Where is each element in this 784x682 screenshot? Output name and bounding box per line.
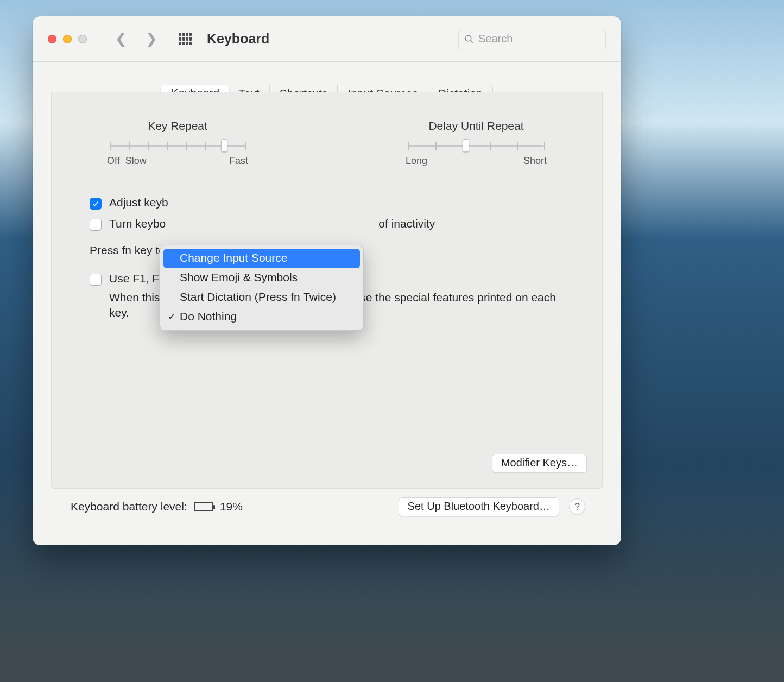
use-f-keys-checkbox[interactable] bbox=[90, 274, 102, 286]
delay-repeat-title: Delay Until Repeat bbox=[428, 119, 523, 132]
svg-point-0 bbox=[465, 35, 471, 41]
fn-action-popup: Change Input Source Show Emoji & Symbols… bbox=[160, 245, 364, 331]
battery-icon bbox=[194, 502, 213, 512]
minimize-window-button[interactable] bbox=[63, 35, 72, 43]
key-repeat-off-label: Off bbox=[107, 155, 120, 166]
delay-repeat-slider[interactable] bbox=[408, 138, 544, 153]
setup-bluetooth-button[interactable]: Set Up Bluetooth Keyboard… bbox=[399, 497, 559, 516]
key-repeat-slow-label: Slow bbox=[125, 155, 147, 166]
nav-arrows: ❮ ❯ bbox=[112, 28, 161, 49]
search-placeholder: Search bbox=[478, 33, 513, 45]
close-window-button[interactable] bbox=[48, 35, 56, 43]
window-title: Keyboard bbox=[207, 31, 269, 47]
desktop: ❮ ❯ Keyboard Search Keyboard Text Shortc… bbox=[0, 0, 784, 682]
svg-line-1 bbox=[470, 40, 473, 43]
zoom-window-button[interactable] bbox=[78, 35, 87, 43]
popup-item-emoji-symbols[interactable]: Show Emoji & Symbols bbox=[163, 268, 360, 288]
key-repeat-title: Key Repeat bbox=[148, 119, 207, 132]
forward-button[interactable]: ❯ bbox=[142, 28, 161, 49]
adjust-brightness-row: Adjust keyb bbox=[90, 196, 564, 210]
battery-percent: 19% bbox=[220, 500, 243, 513]
footer: Keyboard battery level: 19% Set Up Bluet… bbox=[51, 489, 603, 525]
check-icon bbox=[92, 200, 99, 207]
turn-off-backlight-label-right: of inactivity bbox=[378, 217, 435, 230]
titlebar: ❮ ❯ Keyboard Search bbox=[33, 16, 621, 62]
key-repeat-knob[interactable] bbox=[221, 139, 227, 152]
key-repeat-group: Key Repeat Off Slow Fast bbox=[96, 119, 259, 167]
turn-off-backlight-row: Turn keybo of inactivity bbox=[90, 217, 564, 231]
delay-long-label: Long bbox=[406, 155, 427, 167]
check-icon: ✓ bbox=[168, 311, 176, 323]
preferences-window: ❮ ❯ Keyboard Search Keyboard Text Shortc… bbox=[33, 16, 621, 545]
turn-off-backlight-checkbox[interactable] bbox=[90, 219, 102, 231]
popup-item-do-nothing[interactable]: ✓ Do Nothing bbox=[163, 307, 360, 327]
battery-label: Keyboard battery level: bbox=[71, 500, 187, 513]
search-input[interactable]: Search bbox=[458, 29, 606, 49]
back-button[interactable]: ❮ bbox=[112, 28, 130, 49]
popup-item-start-dictation[interactable]: Start Dictation (Press fn Twice) bbox=[163, 288, 360, 307]
window-body: Keyboard Text Shortcuts Input Sources Di… bbox=[33, 62, 621, 545]
help-button[interactable]: ? bbox=[569, 498, 585, 515]
adjust-brightness-checkbox[interactable] bbox=[90, 198, 102, 210]
delay-repeat-knob[interactable] bbox=[463, 139, 469, 152]
window-controls bbox=[48, 35, 87, 43]
sliders-row: Key Repeat Off Slow Fast bbox=[90, 119, 564, 167]
show-all-icon[interactable] bbox=[179, 33, 192, 45]
search-icon bbox=[464, 34, 474, 44]
key-repeat-slider[interactable] bbox=[110, 138, 245, 153]
popup-item-do-nothing-label: Do Nothing bbox=[180, 310, 237, 323]
delay-repeat-group: Delay Until Repeat Long bbox=[395, 119, 558, 167]
key-repeat-fast-label: Fast bbox=[229, 155, 248, 167]
adjust-brightness-label: Adjust keyb bbox=[109, 196, 168, 209]
popup-item-change-input-source[interactable]: Change Input Source bbox=[163, 249, 360, 268]
modifier-keys-button[interactable]: Modifier Keys… bbox=[492, 454, 587, 473]
delay-short-label: Short bbox=[523, 155, 547, 167]
turn-off-backlight-label-left: Turn keybo bbox=[109, 217, 166, 230]
